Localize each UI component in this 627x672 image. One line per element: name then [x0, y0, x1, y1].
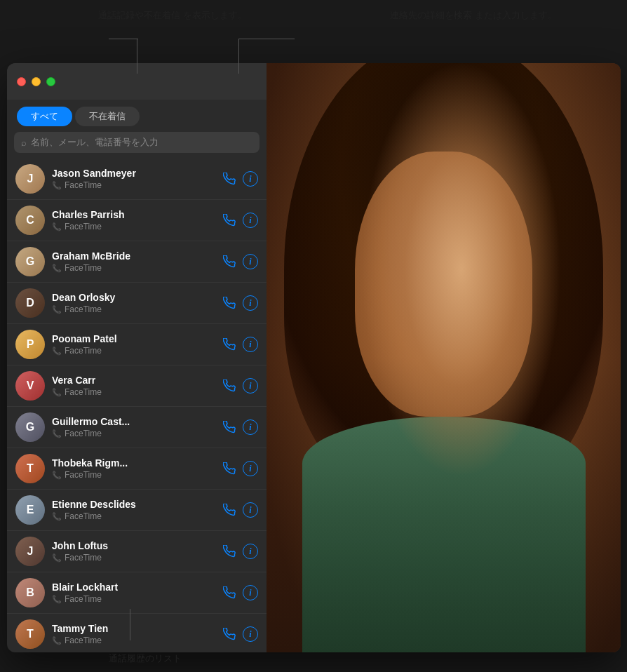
call-button[interactable]: [222, 585, 237, 600]
tab-all[interactable]: すべて: [17, 107, 72, 126]
contact-name: Blair Lockhart: [52, 582, 215, 593]
contact-actions: i: [222, 171, 258, 187]
phone-icon: 📞: [52, 388, 62, 397]
close-button[interactable]: [17, 77, 26, 86]
contact-name: Graham McBride: [52, 250, 215, 262]
contact-actions: i: [222, 626, 258, 642]
avatar: E: [15, 495, 45, 525]
info-button[interactable]: i: [243, 419, 258, 435]
contact-item[interactable]: B Blair Lockhart 📞 FaceTime i: [7, 572, 267, 614]
avatar: C: [15, 206, 45, 235]
contact-type-label: FaceTime: [65, 470, 102, 480]
minimize-button[interactable]: [32, 77, 41, 86]
contact-type: 📞 FaceTime: [52, 222, 215, 231]
info-button[interactable]: i: [243, 502, 258, 518]
contact-list: J Jason Sandmeyer 📞 FaceTime i C Charles…: [7, 159, 267, 652]
info-button[interactable]: i: [243, 295, 258, 311]
info-button[interactable]: i: [243, 378, 258, 394]
info-button[interactable]: i: [243, 585, 258, 600]
main-window: すべて 不在着信 ⌕ 名前、メール、電話番号を入力 J Jason Sandme…: [7, 63, 621, 652]
call-button[interactable]: [222, 378, 237, 394]
contact-type-label: FaceTime: [65, 553, 102, 563]
contact-item[interactable]: V Vera Carr 📞 FaceTime i: [7, 365, 267, 407]
contact-type: 📞 FaceTime: [52, 304, 215, 314]
call-button[interactable]: [222, 502, 237, 518]
annotation-bottom: 通話履歴のリスト: [109, 652, 182, 666]
contact-actions: i: [222, 461, 258, 476]
contact-item[interactable]: E Etienne Desclides 📞 FaceTime i: [7, 490, 267, 531]
contact-name: Dean Orlosky: [52, 292, 215, 303]
contact-type-label: FaceTime: [65, 594, 102, 604]
info-button[interactable]: i: [243, 213, 258, 228]
contact-item[interactable]: T Tammy Tien 📞 FaceTime i: [7, 614, 267, 652]
contact-name: Thobeka Rigm...: [52, 457, 215, 469]
contact-type: 📞 FaceTime: [52, 387, 215, 397]
contact-info: Graham McBride 📞 FaceTime: [52, 250, 215, 273]
maximize-button[interactable]: [46, 77, 55, 86]
contact-actions: i: [222, 254, 258, 269]
contact-type-label: FaceTime: [65, 180, 102, 190]
contact-item[interactable]: C Charles Parrish 📞 FaceTime i: [7, 200, 267, 241]
contact-item[interactable]: D Dean Orlosky 📞 FaceTime i: [7, 283, 267, 324]
contact-name: John Loftus: [52, 540, 215, 551]
avatar: B: [15, 578, 45, 607]
phone-icon: 📞: [52, 471, 62, 480]
contact-info: Thobeka Rigm... 📞 FaceTime: [52, 457, 215, 480]
call-button[interactable]: [222, 254, 237, 269]
info-button[interactable]: i: [243, 626, 258, 642]
contact-item[interactable]: G Guillermo Cast... 📞 FaceTime i: [7, 407, 267, 448]
contact-actions: i: [222, 544, 258, 559]
filter-tabs: すべて 不在着信: [7, 100, 267, 132]
info-button[interactable]: i: [243, 544, 258, 559]
contact-actions: i: [222, 213, 258, 228]
contact-type-label: FaceTime: [65, 222, 102, 231]
contact-actions: i: [222, 337, 258, 352]
call-button[interactable]: [222, 419, 237, 435]
contact-item[interactable]: P Poonam Patel 📞 FaceTime i: [7, 324, 267, 365]
contact-info: Poonam Patel 📞 FaceTime: [52, 333, 215, 356]
call-button[interactable]: [222, 461, 237, 476]
annotation-top-right: 連絡先の詳細を検索 または入力します。: [390, 8, 557, 22]
avatar: T: [15, 454, 45, 483]
contact-actions: i: [222, 378, 258, 394]
annotation-top-left: 通話記録や不在着信 を表示します。: [98, 8, 247, 22]
contact-info: Vera Carr 📞 FaceTime: [52, 375, 215, 397]
contact-name: Tammy Tien: [52, 623, 215, 634]
call-button[interactable]: [222, 337, 237, 352]
contact-name: Guillermo Cast...: [52, 416, 215, 427]
call-button[interactable]: [222, 213, 237, 228]
contact-type-label: FaceTime: [65, 511, 102, 521]
call-button[interactable]: [222, 626, 237, 642]
avatar: V: [15, 371, 45, 401]
contact-item[interactable]: J John Loftus 📞 FaceTime i: [7, 531, 267, 572]
contact-item[interactable]: J Jason Sandmeyer 📞 FaceTime i: [7, 159, 267, 200]
phone-icon: 📞: [52, 264, 62, 273]
contact-item[interactable]: T Thobeka Rigm... 📞 FaceTime i: [7, 448, 267, 490]
call-button[interactable]: [222, 171, 237, 187]
contact-info: Etienne Desclides 📞 FaceTime: [52, 499, 215, 521]
contact-item[interactable]: G Graham McBride 📞 FaceTime i: [7, 241, 267, 283]
tab-missed[interactable]: 不在着信: [75, 107, 140, 126]
avatar: G: [15, 412, 45, 442]
call-button[interactable]: [222, 295, 237, 311]
contact-type: 📞 FaceTime: [52, 470, 215, 480]
contact-type-label: FaceTime: [65, 429, 102, 438]
search-icon: ⌕: [21, 137, 27, 148]
avatar: D: [15, 288, 45, 318]
contact-type-label: FaceTime: [65, 346, 102, 356]
avatar: P: [15, 330, 45, 359]
phone-icon: 📞: [52, 636, 62, 645]
search-bar[interactable]: ⌕ 名前、メール、電話番号を入力: [14, 132, 259, 153]
info-button[interactable]: i: [243, 171, 258, 187]
contact-name: Charles Parrish: [52, 209, 215, 220]
contact-type: 📞 FaceTime: [52, 636, 215, 645]
phone-icon: 📞: [52, 429, 62, 438]
info-button[interactable]: i: [243, 461, 258, 476]
main-content: [267, 63, 621, 652]
contact-info: Guillermo Cast... 📞 FaceTime: [52, 416, 215, 438]
info-button[interactable]: i: [243, 337, 258, 352]
contact-type-label: FaceTime: [65, 387, 102, 397]
search-placeholder: 名前、メール、電話番号を入力: [31, 136, 159, 149]
call-button[interactable]: [222, 544, 237, 559]
info-button[interactable]: i: [243, 254, 258, 269]
